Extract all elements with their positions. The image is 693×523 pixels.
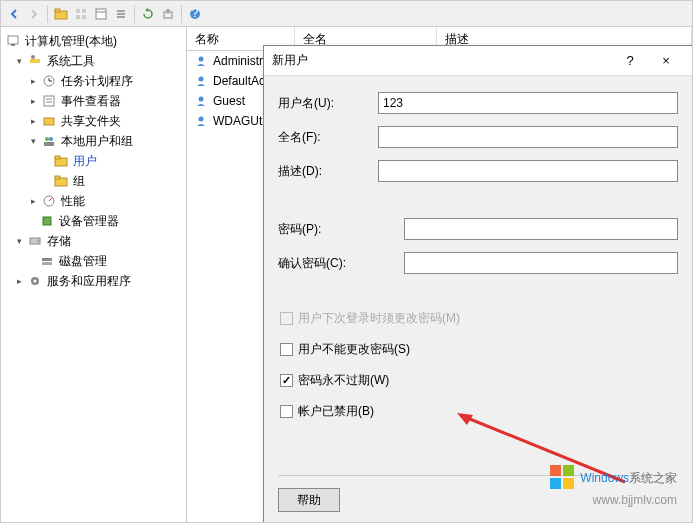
tree-label: 性能 (61, 193, 85, 210)
tree-item-devicemgr[interactable]: 设备管理器 (1, 211, 186, 231)
expander-icon[interactable]: ▾ (13, 235, 25, 247)
expander-icon[interactable]: ▸ (27, 95, 39, 107)
row-desc: 描述(D): (278, 160, 678, 182)
tree-item-eventviewer[interactable]: ▸ 事件查看器 (1, 91, 186, 111)
refresh-icon[interactable] (139, 5, 157, 23)
tree-item-scheduler[interactable]: ▸ 任务计划程序 (1, 71, 186, 91)
tree-label: 用户 (73, 153, 97, 170)
checkbox[interactable] (280, 374, 293, 387)
svg-rect-37 (42, 258, 52, 261)
username-label: 用户名(U): (278, 95, 378, 112)
confirm-input[interactable] (404, 252, 678, 274)
calendar-icon[interactable] (92, 5, 110, 23)
cb-label: 帐户已禁用(B) (298, 403, 374, 420)
tree-panel[interactable]: 计算机管理(本地) ▾ 系统工具 ▸ 任务计划程序 ▸ 事件查看器 ▸ 共享文件… (1, 27, 187, 522)
device-icon (39, 213, 55, 229)
tree-label: 磁盘管理 (59, 253, 107, 270)
dialog-title: 新用户 (272, 52, 612, 69)
tree-item-perf[interactable]: ▸ 性能 (1, 191, 186, 211)
tree-root[interactable]: 计算机管理(本地) (1, 31, 186, 51)
desc-label: 描述(D): (278, 163, 378, 180)
svg-rect-2 (76, 9, 80, 13)
clock-icon (41, 73, 57, 89)
tree-item-storage[interactable]: ▾ 存储 (1, 231, 186, 251)
share-icon (41, 113, 57, 129)
fullname-input[interactable] (378, 126, 678, 148)
svg-point-41 (199, 57, 204, 62)
tree-label: 任务计划程序 (61, 73, 133, 90)
users-icon (41, 133, 57, 149)
new-user-dialog: 新用户 ? × 用户名(U): 全名(F): 描述(D): 密码(P): 确认密… (263, 45, 693, 523)
checkbox[interactable] (280, 405, 293, 418)
dialog-body: 用户名(U): 全名(F): 描述(D): 密码(P): 确认密码(C): 用户… (264, 76, 692, 450)
desc-input[interactable] (378, 160, 678, 182)
cb-label: 用户下次登录时须更改密码(M) (298, 310, 460, 327)
tree-label: 系统工具 (47, 53, 95, 70)
expander-icon[interactable]: ▾ (13, 55, 25, 67)
export-icon[interactable] (159, 5, 177, 23)
cb-disabled[interactable]: 帐户已禁用(B) (278, 403, 678, 420)
dialog-footer: 帮助 (278, 475, 678, 512)
tree-label: 计算机管理(本地) (25, 33, 117, 50)
svg-point-43 (199, 97, 204, 102)
confirm-label: 确认密码(C): (278, 255, 404, 272)
expander-icon[interactable]: ▸ (13, 275, 25, 287)
tools-icon (27, 53, 43, 69)
row-username: 用户名(U): (278, 92, 678, 114)
cb-cantchange[interactable]: 用户不能更改密码(S) (278, 341, 678, 358)
expander-icon[interactable]: ▸ (27, 195, 39, 207)
cb-label: 密码永不过期(W) (298, 372, 389, 389)
tree-label: 组 (73, 173, 85, 190)
svg-rect-3 (82, 9, 86, 13)
expander-icon[interactable]: ▾ (27, 135, 39, 147)
checkbox[interactable] (280, 343, 293, 356)
separator (47, 5, 48, 23)
cb-label: 用户不能更改密码(S) (298, 341, 410, 358)
svg-rect-38 (42, 262, 52, 265)
row-confirm: 确认密码(C): (278, 252, 678, 274)
folder-icon (53, 153, 69, 169)
svg-point-40 (34, 280, 37, 283)
dialog-titlebar[interactable]: 新用户 ? × (264, 46, 692, 76)
cb-mustchange: 用户下次登录时须更改密码(M) (278, 310, 678, 327)
svg-point-25 (45, 137, 49, 141)
svg-point-17 (31, 55, 35, 59)
checkbox (280, 312, 293, 325)
username-input[interactable] (378, 92, 678, 114)
expander-icon[interactable]: ▸ (27, 75, 39, 87)
tree-item-usersgroups[interactable]: ▾ 本地用户和组 (1, 131, 186, 151)
tree-item-system-tools[interactable]: ▾ 系统工具 (1, 51, 186, 71)
user-icon (193, 93, 209, 109)
cb-neverexpire[interactable]: 密码永不过期(W) (278, 372, 678, 389)
gear-icon (27, 273, 43, 289)
tree-item-groups[interactable]: 组 (1, 171, 186, 191)
grid-icon[interactable] (72, 5, 90, 23)
expander-icon[interactable]: ▸ (27, 115, 39, 127)
svg-rect-27 (44, 142, 54, 146)
tree-label: 本地用户和组 (61, 133, 133, 150)
svg-rect-4 (76, 15, 80, 19)
svg-rect-15 (11, 44, 15, 46)
svg-rect-34 (43, 217, 51, 225)
password-input[interactable] (404, 218, 678, 240)
svg-rect-14 (8, 36, 18, 44)
help-icon[interactable]: ? (186, 5, 204, 23)
back-icon[interactable] (5, 5, 23, 23)
svg-rect-21 (44, 96, 54, 106)
forward-icon[interactable] (25, 5, 43, 23)
tree-label: 存储 (47, 233, 71, 250)
help-btn[interactable]: 帮助 (278, 488, 340, 512)
folder-icon[interactable] (52, 5, 70, 23)
svg-point-42 (199, 77, 204, 82)
event-icon (41, 93, 57, 109)
close-button[interactable]: × (648, 47, 684, 75)
tree-item-users[interactable]: 用户 (1, 151, 186, 171)
list-icon[interactable] (112, 5, 130, 23)
svg-rect-1 (55, 9, 60, 12)
computer-icon (5, 33, 21, 49)
tree-item-shared[interactable]: ▸ 共享文件夹 (1, 111, 186, 131)
help-button[interactable]: ? (612, 47, 648, 75)
tree-item-disk[interactable]: 磁盘管理 (1, 251, 186, 271)
svg-rect-31 (55, 176, 60, 179)
tree-item-services[interactable]: ▸ 服务和应用程序 (1, 271, 186, 291)
